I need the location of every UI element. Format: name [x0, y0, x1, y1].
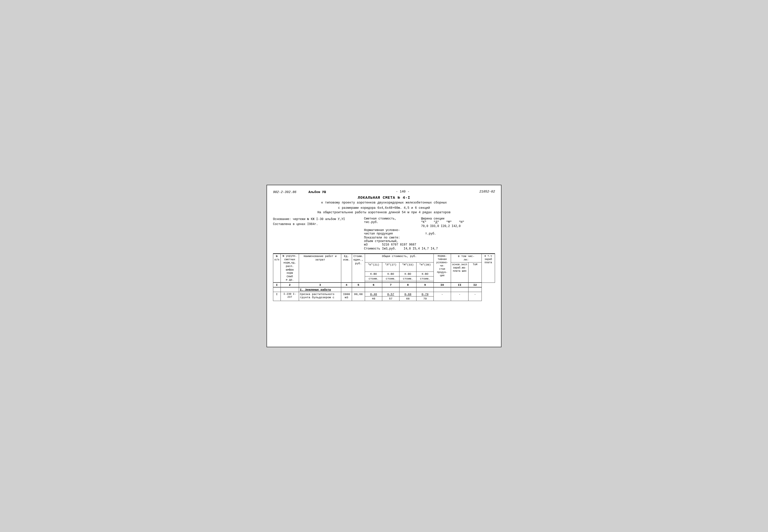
- row1-name: Срезка растительного грунта бульдозером …: [299, 292, 341, 301]
- document-page: 902-2-392.86 Альбом УШ - 140 - 21052-02 …: [267, 185, 501, 347]
- row1-cost: 99,68: [352, 292, 365, 301]
- col-header-total-cost: Общая стоимость, руб.: [365, 254, 434, 263]
- num-9: 9: [417, 283, 434, 287]
- num-8: 8: [399, 283, 417, 287]
- col-header-n39: "Н"(39): [417, 262, 434, 271]
- base-text: Основание: чертежи № КЖ I-30 альбом У,УI: [273, 217, 358, 222]
- num-2: 2: [281, 283, 299, 287]
- doc-number: 902-2-392.86: [273, 190, 297, 194]
- num-12: I2: [469, 283, 482, 287]
- indicators-label: Показатели по смете: объем строительный,…: [363, 236, 495, 247]
- subtitle3: На общестроительнне работы аэротенков дл…: [273, 211, 495, 214]
- col-header-k-stoi: стоим.: [365, 276, 382, 281]
- width-n: "Н": [459, 221, 464, 224]
- row1-l-kvo: 0,57: [382, 292, 399, 297]
- row1-salary: -: [469, 292, 482, 301]
- col-header-norm2: Норма-тивнаяусловно-чи-стаяпродук-ция: [433, 254, 451, 283]
- num-10: IO: [433, 283, 451, 287]
- width-l: "Д": [434, 221, 439, 224]
- num-4: 4: [341, 283, 352, 287]
- col-header-num: №п/п: [273, 254, 281, 283]
- info-section: Основание: чертежи № КЖ I-30 альбом У,УI…: [273, 217, 495, 251]
- cost-label: Сметная стоимость, тис.руб.: [363, 217, 420, 224]
- col-header-osnov: основ.экспзараб.ма-плата шин: [451, 262, 469, 283]
- title-block: ЛОКАЛЬНАЯ СМЕТА № 4-I к типовому проекту…: [273, 196, 495, 214]
- col-header-norm: № укрупн.сметныхнорм,ед.расп.шифрынормСН…: [281, 254, 299, 283]
- col-header-m-kvo: К-ВО: [399, 271, 417, 276]
- row1-m-kvo: 0,68: [399, 292, 417, 297]
- volume-values: 5216 6707 8197 9687: [382, 243, 416, 247]
- main-title: ЛОКАЛЬНАЯ СМЕТА № 4-I: [273, 196, 495, 200]
- column-numbers-row: I 2 3 4 5 6 7 8 9 IO II I2: [273, 283, 495, 287]
- album-label: Альбом УШ: [309, 190, 326, 194]
- num-5: 5: [352, 283, 365, 287]
- num-7: 7: [382, 283, 399, 287]
- section1-norm-blank: [281, 287, 299, 292]
- col-header-k21: "К"(21): [365, 262, 382, 271]
- main-data-table: №п/п № укрупн.сметныхнорм,ед.расп.шифрын…: [273, 254, 495, 301]
- width-m: "М": [446, 221, 452, 224]
- row1-l-stoi: 57: [382, 297, 399, 301]
- col-header-n-kvo: К-ВО: [417, 271, 434, 276]
- section1-title-row: I. Земляные работы: [273, 287, 495, 292]
- row1-norm2: -: [433, 292, 451, 301]
- width-k: "К": [421, 221, 427, 224]
- row1-num: I: [273, 292, 281, 301]
- col-header-l-stoi: стоим.: [382, 276, 399, 281]
- num-1: I: [273, 283, 281, 287]
- compiled-text: Составлена в ценах I984г.: [273, 222, 358, 227]
- section1-title: I. Земляные работы: [299, 287, 341, 292]
- width-values: 79,0 IO3,0 I20,2 I42,0: [420, 224, 495, 228]
- width-label-cell: Ширина секции "К" "Д" "М" "Н": [420, 217, 495, 224]
- col-header-mach: в т.чзарабплата: [482, 254, 495, 283]
- row1-k-kvo: 0,46: [365, 292, 382, 297]
- subtitle1: к типовому проекту аэротенков двухкоридо…: [273, 201, 495, 205]
- row1-n-stoi: 79: [417, 297, 434, 301]
- row1-unit: I000м3: [341, 292, 352, 301]
- num-6: 6: [365, 283, 382, 287]
- info-right: Сметная стоимость, тис.руб. Ширина секци…: [363, 217, 495, 251]
- col-header-pure: в том чис-ле:: [451, 254, 482, 263]
- page-number: - 140 -: [396, 190, 409, 193]
- document-header: 902-2-392.86 Альбом УШ - 140 - 21052-02: [273, 190, 495, 194]
- col-header-unit: Ед.изм.: [341, 254, 352, 283]
- doc-number-album: 902-2-392.86 Альбом УШ: [273, 190, 326, 194]
- col-header-cost: Стоим.един.,руб.: [352, 254, 365, 283]
- col-header-l-kvo: К-ВО: [382, 271, 399, 276]
- doc-code: 21052-02: [479, 190, 495, 193]
- col-header-l27: "Л"(27): [382, 262, 399, 271]
- row1-m-stoi: 68: [399, 297, 417, 301]
- subtitle2: с размерами коридора 6х4,6х48+60м. 4,5 и…: [273, 206, 495, 211]
- row1-n-kvo: 0,79: [417, 292, 434, 297]
- header-row-1: №п/п № укрупн.сметныхнорм,ед.расп.шифрын…: [273, 254, 495, 263]
- row1-k-stoi: 46: [365, 297, 382, 301]
- col-header-name: Наименование работ изатрат: [299, 254, 341, 283]
- col-header-salary: ТоМ: [469, 262, 482, 283]
- num-11: II: [451, 283, 469, 287]
- cost-info-table: Сметная стоимость, тис.руб. Ширина секци…: [363, 217, 495, 251]
- row1-norm: I-230 I-237: [281, 292, 299, 301]
- cost1m3-vals: I4,8 I5,4 I4,7 I4,7: [403, 247, 438, 251]
- num-3: 3: [299, 283, 341, 287]
- row1-kvo: I I-230 I-237 Срезка растительного грунт…: [273, 292, 495, 297]
- col-header-m33: "М"(33): [399, 262, 417, 271]
- info-left: Основание: чертежи № КЖ I-30 альбом У,УI…: [273, 217, 358, 251]
- col-header-k-kvo: К-ВО: [365, 271, 382, 276]
- section1-num-blank: [273, 287, 281, 292]
- row1-pure: -: [451, 292, 469, 301]
- col-header-m-stoi: стоим.: [399, 276, 417, 281]
- cost1m3-row: Стоимость Iм3,руб. I4,8 I5,4 I4,7 I4,7: [363, 247, 495, 251]
- norm-label: Нормативная условно- чистая продукция т.…: [363, 228, 495, 236]
- col-header-n-stoi: стоим.: [417, 276, 434, 281]
